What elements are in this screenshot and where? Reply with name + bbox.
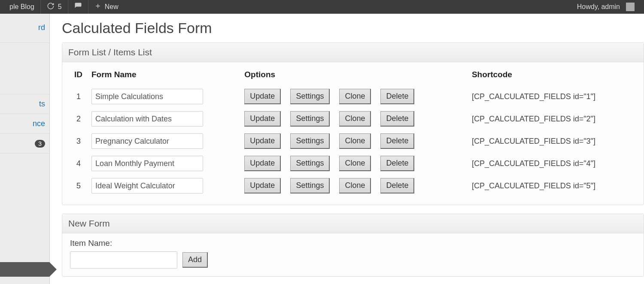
sidebar-item-dashboard[interactable]: rd (0, 16, 49, 43)
update-button[interactable]: Update (244, 178, 281, 193)
row-shortcode: [CP_CALCULATED_FIELDS id="5"] (468, 175, 636, 197)
avatar (626, 3, 635, 11)
main-wrap: rd ts nce 3 Calculated Fields Form Form … (0, 14, 644, 284)
howdy-text: Howdy, admin (577, 3, 620, 11)
row-id: 1 (70, 85, 87, 108)
form-name-input[interactable] (91, 133, 203, 149)
form-name-input[interactable] (91, 156, 203, 171)
row-options-cell: UpdateSettingsCloneDelete (240, 130, 468, 152)
delete-button[interactable]: Delete (380, 89, 414, 104)
delete-button[interactable]: Delete (380, 133, 414, 149)
clone-button[interactable]: Clone (339, 133, 371, 149)
sidebar-badge: 3 (35, 140, 45, 148)
page-title: Calculated Fields Form (62, 20, 644, 36)
table-row: 1UpdateSettingsCloneDelete[CP_CALCULATED… (70, 85, 636, 108)
row-options-cell: UpdateSettingsCloneDelete (240, 175, 468, 197)
updates-link[interactable]: 5 (41, 0, 68, 14)
update-button[interactable]: Update (244, 111, 281, 127)
form-name-input[interactable] (91, 178, 203, 193)
clone-button[interactable]: Clone (339, 111, 371, 127)
new-item-name-input[interactable] (70, 251, 177, 269)
sidebar-item-label: rd (38, 23, 45, 32)
settings-button[interactable]: Settings (290, 133, 330, 149)
col-shortcode: Shortcode (468, 67, 636, 85)
settings-button[interactable]: Settings (290, 111, 330, 127)
add-button[interactable]: Add (182, 252, 208, 268)
row-name-cell (87, 152, 240, 175)
row-shortcode: [CP_CALCULATED_FIELDS id="4"] (468, 152, 636, 175)
row-id: 4 (70, 152, 87, 175)
update-button[interactable]: Update (244, 133, 281, 149)
new-link[interactable]: New (88, 0, 125, 14)
settings-button[interactable]: Settings (290, 178, 330, 193)
sidebar-item-label: ts (39, 100, 45, 108)
col-id: ID (70, 67, 87, 85)
clone-button[interactable]: Clone (339, 89, 371, 104)
row-options-cell: UpdateSettingsCloneDelete (240, 108, 468, 130)
row-options-cell: UpdateSettingsCloneDelete (240, 152, 468, 175)
content-area: Calculated Fields Form Form List / Items… (50, 14, 644, 284)
delete-button[interactable]: Delete (380, 178, 414, 193)
comment-icon (74, 2, 82, 12)
table-row: 4UpdateSettingsCloneDelete[CP_CALCULATED… (70, 152, 636, 175)
col-name: Form Name (87, 67, 240, 85)
update-button[interactable]: Update (244, 89, 281, 104)
plus-icon (94, 3, 101, 11)
sidebar-item-label: nce (33, 119, 45, 128)
site-name-link[interactable]: ple Blog (3, 0, 41, 14)
clone-button[interactable]: Clone (339, 156, 371, 171)
row-shortcode: [CP_CALCULATED_FIELDS id="1"] (468, 85, 636, 108)
clone-button[interactable]: Clone (339, 178, 371, 193)
row-options-cell: UpdateSettingsCloneDelete (240, 85, 468, 108)
settings-button[interactable]: Settings (290, 89, 330, 104)
refresh-icon (47, 2, 55, 12)
col-options: Options (240, 67, 468, 85)
form-list-panel-title: Form List / Items List (62, 43, 644, 62)
row-name-cell (87, 108, 240, 130)
table-row: 5UpdateSettingsCloneDelete[CP_CALCULATED… (70, 175, 636, 197)
row-shortcode: [CP_CALCULATED_FIELDS id="2"] (468, 108, 636, 130)
account-link[interactable]: Howdy, admin (571, 0, 641, 14)
admin-sidebar: rd ts nce 3 (0, 14, 50, 284)
admin-bar-right: Howdy, admin (571, 0, 641, 14)
admin-bar-left: ple Blog 5 New (3, 0, 125, 14)
admin-bar: ple Blog 5 New Howdy, admin (0, 0, 644, 14)
collapse-sidebar[interactable] (0, 262, 49, 277)
newform-label: Item Name: (70, 239, 636, 248)
row-name-cell (87, 130, 240, 152)
form-name-input[interactable] (91, 111, 203, 127)
sidebar-item-badge[interactable]: 3 (0, 134, 49, 154)
sidebar-item-ts[interactable]: ts (0, 94, 49, 114)
delete-button[interactable]: Delete (380, 111, 414, 127)
new-label: New (105, 3, 118, 11)
update-button[interactable]: Update (244, 156, 281, 171)
forms-table: ID Form Name Options Shortcode 1UpdateSe… (70, 67, 636, 197)
form-list-panel: Form List / Items List ID Form Name Opti… (62, 42, 644, 205)
row-id: 5 (70, 175, 87, 197)
new-form-panel-title: New Form (62, 214, 644, 233)
row-name-cell (87, 85, 240, 108)
settings-button[interactable]: Settings (290, 156, 330, 171)
row-id: 2 (70, 108, 87, 130)
row-id: 3 (70, 130, 87, 152)
new-form-panel-body: Item Name: Add (62, 233, 644, 276)
site-name-text: ple Blog (9, 3, 34, 11)
form-list-panel-body: ID Form Name Options Shortcode 1UpdateSe… (62, 62, 644, 205)
table-row: 3UpdateSettingsCloneDelete[CP_CALCULATED… (70, 130, 636, 152)
table-row: 2UpdateSettingsCloneDelete[CP_CALCULATED… (70, 108, 636, 130)
sidebar-item-nce[interactable]: nce (0, 114, 49, 134)
row-name-cell (87, 175, 240, 197)
table-header-row: ID Form Name Options Shortcode (70, 67, 636, 85)
row-shortcode: [CP_CALCULATED_FIELDS id="3"] (468, 130, 636, 152)
new-form-panel: New Form Item Name: Add (62, 214, 644, 277)
updates-count: 5 (58, 3, 62, 11)
newform-row: Add (70, 251, 636, 269)
form-name-input[interactable] (91, 89, 203, 104)
comments-link[interactable] (68, 0, 88, 14)
sidebar-spacer (0, 43, 49, 94)
delete-button[interactable]: Delete (380, 156, 414, 171)
